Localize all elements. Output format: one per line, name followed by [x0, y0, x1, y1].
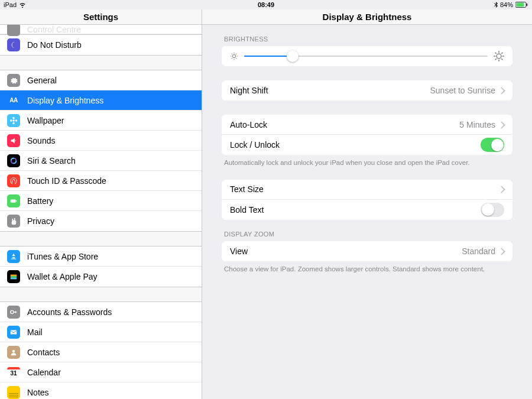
- svg-rect-14: [11, 276, 17, 278]
- moon-icon: [7, 38, 20, 51]
- svg-rect-2: [527, 4, 528, 6]
- sidebar-item-label: Sounds: [27, 136, 55, 145]
- svg-rect-15: [11, 278, 17, 280]
- lock-unlock-footer: Automatically lock and unlock your iPad …: [222, 155, 512, 168]
- lock-unlock-row[interactable]: Lock / Unlock: [222, 135, 512, 155]
- mail-icon: [7, 326, 20, 339]
- svg-line-27: [232, 58, 232, 59]
- notes-icon: [7, 386, 20, 399]
- sidebar-item-label: Mail: [27, 327, 43, 337]
- zoom-footer: Choose a view for iPad. Zoomed shows lar…: [222, 261, 512, 274]
- sun-big-icon: [494, 51, 504, 61]
- night-shift-row[interactable]: Night Shift Sunset to Sunrise: [222, 80, 512, 100]
- device-label: iPad: [4, 1, 17, 8]
- cal-icon: 31: [7, 366, 20, 379]
- sidebar-item-notes[interactable]: Notes: [0, 382, 202, 399]
- svg-rect-1: [516, 3, 524, 7]
- bold-text-label: Bold Text: [230, 205, 481, 215]
- svg-rect-12: [16, 200, 17, 202]
- svg-rect-13: [11, 275, 17, 277]
- detail-scroll[interactable]: BRIGHTNESS Night: [202, 25, 532, 399]
- text-size-row[interactable]: Text Size: [222, 180, 512, 200]
- sidebar-item-mail[interactable]: Mail: [0, 322, 202, 342]
- sidebar-item-label: Touch ID & Passcode: [27, 176, 106, 186]
- bold-text-row[interactable]: Bold Text: [222, 200, 512, 220]
- svg-point-7: [10, 119, 12, 122]
- sun-small-icon: [230, 52, 238, 60]
- sidebar-item-label: Contacts: [27, 348, 60, 357]
- chevron-right-icon: [500, 186, 504, 193]
- sidebar-item-label: Control Centre: [27, 25, 81, 34]
- svg-point-4: [12, 119, 15, 122]
- sidebar-scroll[interactable]: Control Centre Do Not Disturb GeneralAAD…: [0, 25, 202, 399]
- view-row[interactable]: View Standard: [222, 241, 512, 261]
- svg-rect-17: [11, 330, 17, 334]
- view-label: View: [230, 246, 462, 256]
- sidebar-item-privacy[interactable]: Privacy: [0, 211, 202, 231]
- svg-point-16: [11, 310, 14, 313]
- svg-point-18: [12, 350, 15, 352]
- sidebar-item-label: iTunes & App Store: [27, 252, 98, 261]
- svg-point-6: [12, 122, 15, 124]
- text-size-label: Text Size: [230, 184, 500, 194]
- sidebar-item-calendar[interactable]: 31Calendar: [0, 362, 202, 382]
- slider-thumb[interactable]: [287, 50, 299, 62]
- sidebar-item-contacts[interactable]: Contacts: [0, 342, 202, 362]
- sidebar-item-wallpaper[interactable]: Wallpaper: [0, 111, 202, 131]
- svg-line-34: [501, 59, 502, 60]
- sidebar-item-label: Wallet & Apple Pay: [27, 272, 98, 281]
- appstore-icon: [7, 250, 20, 263]
- sidebar-item-touch-id-passcode[interactable]: Touch ID & Passcode: [0, 171, 202, 191]
- settings-sidebar: Settings Control Centre Do Not Disturb G…: [0, 9, 202, 399]
- svg-line-24: [232, 54, 232, 54]
- sidebar-item-control-centre[interactable]: Control Centre: [0, 25, 202, 34]
- svg-line-26: [236, 54, 236, 54]
- sidebar-item-label: Privacy: [27, 216, 54, 226]
- brightness-card: [222, 46, 512, 66]
- sidebar-item-itunes-app-store[interactable]: iTunes & App Store: [0, 246, 202, 267]
- sidebar-item-label: Display & Brightness: [27, 96, 103, 105]
- night-shift-value: Sunset to Sunrise: [430, 86, 495, 95]
- lock-unlock-switch[interactable]: [481, 138, 504, 152]
- bluetooth-icon: [494, 2, 498, 8]
- detail-title: Display & Brightness: [202, 9, 532, 25]
- sidebar-item-battery[interactable]: Battery: [0, 191, 202, 211]
- svg-line-33: [495, 53, 497, 54]
- sidebar-item-general[interactable]: General: [0, 70, 202, 90]
- key-icon: [7, 306, 20, 319]
- brightness-slider[interactable]: [222, 46, 512, 66]
- auto-lock-label: Auto-Lock: [230, 120, 459, 129]
- lock-unlock-label: Lock / Unlock: [230, 140, 481, 150]
- sidebar-item-siri-search[interactable]: Siri & Search: [0, 151, 202, 171]
- wallet-icon: [7, 270, 20, 283]
- view-value: Standard: [462, 246, 495, 256]
- svg-line-35: [501, 53, 502, 54]
- svg-line-36: [495, 59, 497, 60]
- chevron-right-icon: [500, 121, 504, 128]
- bold-text-switch[interactable]: [481, 203, 504, 217]
- gear-icon: [7, 74, 20, 87]
- sidebar-item-label: Notes: [27, 388, 49, 397]
- finger-icon: [7, 174, 20, 187]
- status-time: 08:49: [258, 1, 274, 8]
- svg-point-8: [15, 119, 18, 122]
- sound-icon: [7, 134, 20, 147]
- sidebar-item-sounds[interactable]: Sounds: [0, 131, 202, 151]
- wifi-icon: [19, 2, 26, 8]
- detail-pane: Display & Brightness BRIGHTNESS: [202, 9, 532, 399]
- svg-rect-11: [11, 199, 16, 202]
- slider-track[interactable]: [244, 56, 488, 57]
- sidebar-item-display-brightness[interactable]: AADisplay & Brightness: [0, 90, 202, 111]
- aa-icon: AA: [7, 94, 20, 107]
- sidebar-item-label: Accounts & Passwords: [27, 307, 112, 317]
- sidebar-item-do-not-disturb[interactable]: Do Not Disturb: [0, 35, 202, 55]
- slider-fill: [244, 56, 293, 57]
- section-label-brightness: BRIGHTNESS: [222, 25, 512, 46]
- sidebar-item-accounts-passwords[interactable]: Accounts & Passwords: [0, 302, 202, 322]
- svg-point-28: [497, 54, 501, 59]
- sidebar-item-wallet-apple-pay[interactable]: Wallet & Apple Pay: [0, 267, 202, 287]
- auto-lock-row[interactable]: Auto-Lock 5 Minutes: [222, 115, 512, 135]
- svg-text:+: +: [528, 2, 528, 8]
- sidebar-title: Settings: [0, 9, 202, 25]
- sidebar-item-label: Calendar: [27, 368, 61, 377]
